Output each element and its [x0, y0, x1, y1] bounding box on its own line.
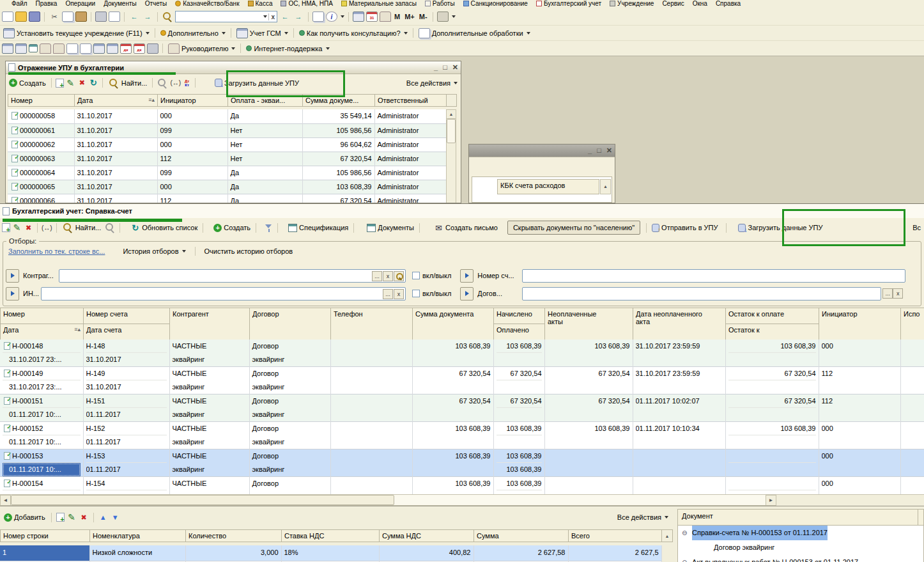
cell-payment[interactable]: Да [227, 109, 302, 123]
expand-columns-icon[interactable] [170, 78, 181, 88]
cell-phone[interactable] [330, 477, 412, 495]
add-copy-icon[interactable] [56, 513, 65, 522]
cell-sum[interactable]: 35 549,14 [302, 109, 374, 123]
edit-icon[interactable] [12, 223, 22, 233]
tools-icon[interactable] [437, 12, 449, 22]
menu-item[interactable]: Казначейство/Банк [175, 0, 239, 7]
cell-acct[interactable]: Н-14831.10.2017 [83, 340, 169, 367]
column-header-kbk[interactable]: КБК счета расходов [497, 179, 599, 194]
expand-icon[interactable]: ⊖ [682, 555, 692, 562]
cell-acct[interactable]: Н-15201.11.2017 [83, 422, 169, 449]
menu-item[interactable]: Бухгалтерский учет [536, 0, 601, 7]
cell-date[interactable]: 31.10.2017 [74, 194, 157, 203]
cell-responsible[interactable]: Administrator [374, 194, 446, 203]
column-header-initiator[interactable]: Инициатор [158, 95, 228, 107]
choose-icon[interactable]: ... [372, 271, 382, 281]
contract-filter-input[interactable] [522, 287, 881, 301]
upu-row[interactable]: 000000064 31.10.2017 099 Да 105 986,56 A… [8, 166, 446, 180]
cell-accrued-paid[interactable]: 67 320,54 [493, 394, 544, 422]
cell-phone[interactable] [330, 422, 412, 449]
contragent-filter-checkbox[interactable] [412, 272, 420, 279]
cell-initiator[interactable]: 112 [819, 394, 900, 422]
col-vat-rate[interactable]: Ставка НДС [282, 530, 380, 542]
fill-by-row-link[interactable]: Заполнить по тек. строке вс... [8, 247, 105, 255]
cell-initiator[interactable]: 000 [157, 109, 227, 123]
cell-contragent[interactable]: ЧАСТНЫЕ эквайринг [169, 340, 249, 367]
col-vat-sum[interactable]: Сумма НДС [380, 530, 474, 542]
col-balance2[interactable]: Остаток к [726, 324, 819, 340]
choose-icon[interactable]: ... [383, 289, 393, 299]
cell-contragent[interactable]: ЧАСТНЫЕ эквайринг [169, 449, 249, 477]
cell-contract[interactable]: Договор [249, 477, 330, 495]
create-letter-button[interactable]: Создать письмо [433, 222, 499, 233]
col-phone[interactable]: Телефон [331, 308, 413, 340]
fuel-button[interactable]: Учет ГСМ [235, 27, 289, 39]
col-sum[interactable]: Сумма [474, 530, 569, 542]
cell-contragent[interactable]: ЧАСТНЫЕ [169, 477, 249, 495]
cell-num[interactable]: 000000064 [8, 166, 74, 180]
cell-responsible[interactable]: Administrator [374, 166, 446, 180]
column-header-responsible[interactable]: Ответственный [375, 95, 447, 107]
specification-button[interactable]: Спецификация [287, 223, 350, 233]
report-icon-6[interactable] [66, 43, 78, 54]
cell-responsible[interactable]: Administrator [374, 137, 446, 152]
doc-column-header[interactable]: Документ [677, 509, 924, 526]
cell-initiator[interactable]: 000 [819, 449, 900, 477]
cell-sum[interactable]: 105 986,56 [302, 123, 374, 137]
expand-icon[interactable]: ⊖ [682, 526, 692, 540]
cell-initiator[interactable]: 000 [819, 422, 900, 449]
cell-executor[interactable] [900, 449, 924, 477]
nomenclature-row[interactable]: 1 Низкой сложности 3,000 18% 400,82 2 62… [0, 545, 661, 561]
cell-responsible[interactable]: Administrator [374, 123, 446, 137]
scroll-up-icon[interactable]: ▲ [600, 179, 611, 194]
cell-phone[interactable] [330, 367, 412, 394]
memory-plus-button[interactable]: M+ [403, 12, 416, 22]
cell-initiator[interactable]: 000 [157, 137, 227, 152]
internet-support-button[interactable]: Интернет-поддержка [245, 44, 330, 53]
cell-contragent[interactable]: ЧАСТНЫЕ эквайринг [169, 422, 249, 449]
cell-sum[interactable]: 96 604,62 [302, 137, 374, 152]
menu-item[interactable]: Работы [425, 0, 455, 7]
cell-num[interactable]: Н-00015201.11.2017 10:... [0, 422, 83, 449]
col-nomenclature[interactable]: Номенклатура [90, 530, 186, 542]
cell-acct[interactable]: Н-15101.11.2017 [83, 394, 169, 422]
cell-executor[interactable] [900, 340, 924, 367]
set-institution-button[interactable]: Установить текущее учреждение (F11) [2, 27, 151, 39]
copy-icon[interactable] [62, 12, 73, 22]
col-acct-date[interactable]: Дата счета [84, 324, 170, 340]
cell-unpaid[interactable] [544, 449, 633, 477]
consultation-button[interactable]: Как получить консультацию? [298, 29, 409, 38]
cell-accrued-paid[interactable]: 103 608,39103 608,39 [493, 449, 544, 477]
cell-doc-sum[interactable]: 67 320,54 [412, 367, 493, 394]
contragent-filter-input[interactable]: ...x [59, 269, 406, 283]
upu-row[interactable]: 000000062 31.10.2017 000 Нет 96 604,62 A… [8, 137, 446, 152]
col-executor[interactable]: Испо [901, 308, 924, 340]
cell-initiator[interactable]: 000 [819, 340, 900, 367]
col-accrued[interactable]: Начислено [494, 308, 545, 324]
find-next-icon[interactable] [293, 12, 304, 22]
menu-item[interactable]: Сервис [662, 0, 684, 7]
open-icon[interactable] [15, 12, 27, 22]
all-actions-button[interactable]: Все действия [616, 513, 670, 522]
cell-initiator[interactable]: 112 [157, 194, 227, 203]
delete-icon[interactable] [77, 78, 87, 88]
cell-num[interactable]: Н-00015101.11.2017 10:... [0, 394, 83, 422]
cell-sum[interactable]: 103 608,39 [302, 180, 374, 194]
cell-contragent[interactable]: ЧАСТНЫЕ эквайринг [169, 394, 249, 422]
invoice-row[interactable]: Н-00015201.11.2017 10:... Н-15201.11.201… [0, 422, 924, 449]
cell-qty[interactable]: 3,000 [185, 545, 281, 561]
cell-payment[interactable]: Да [227, 180, 302, 194]
menu-item[interactable]: Санкционирование [463, 0, 528, 7]
menu-item[interactable]: Отчеты [145, 0, 167, 7]
cell-unpaid-date[interactable] [633, 477, 725, 495]
create-button[interactable]: Создать [212, 223, 252, 233]
move-up-icon[interactable] [98, 513, 108, 522]
cell-total[interactable]: 2 627,5 [568, 545, 661, 561]
cell-initiator[interactable]: 099 [157, 166, 227, 180]
cell-unpaid-date[interactable]: 01.11.2017 10:02:07 [633, 394, 725, 422]
col-paid[interactable]: Оплачено [494, 324, 545, 340]
cell-balance[interactable] [725, 449, 819, 477]
filter-expand-button[interactable] [460, 269, 474, 283]
cell-accrued-paid[interactable]: 103 608,39 [493, 340, 544, 367]
upu-row[interactable]: 000000066 31.10.2017 112 Да 67 320,54 Ad… [8, 194, 446, 203]
